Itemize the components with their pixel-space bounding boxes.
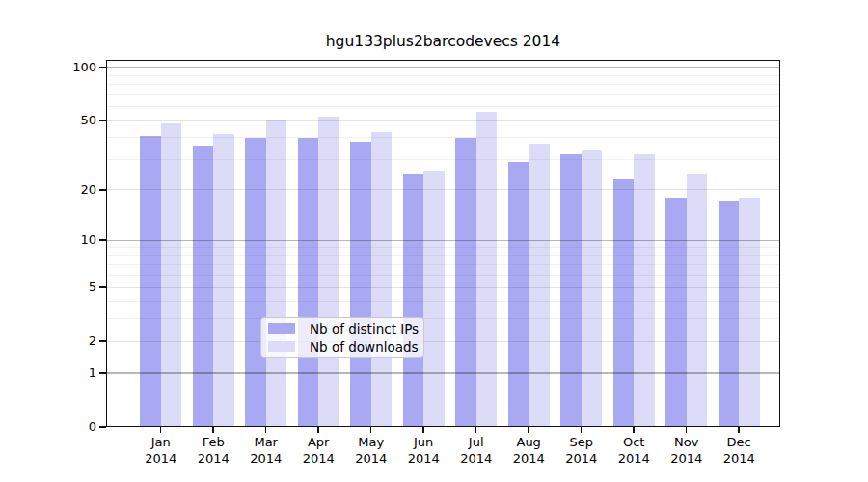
- gridline-y-2: [106, 341, 780, 342]
- x-tick: [370, 427, 372, 433]
- x-tick: [581, 427, 583, 433]
- x-tick-year: 2014: [344, 450, 398, 467]
- x-tick: [738, 427, 740, 433]
- x-tick-year: 2014: [134, 450, 188, 467]
- legend-label: Nb of distinct IPs: [310, 321, 419, 336]
- x-tick-label: Oct2014: [607, 434, 661, 467]
- x-tick: [633, 427, 635, 433]
- y-tick: [99, 239, 106, 241]
- x-tick: [317, 427, 319, 433]
- x-tick-label: Jun2014: [396, 434, 450, 467]
- gridline-y-4: [106, 301, 780, 302]
- bar-downloads: [371, 132, 393, 427]
- gridline-y-9: [106, 247, 780, 248]
- x-tick-year: 2014: [660, 450, 714, 467]
- bar-downloads: [739, 198, 760, 427]
- bar-downloads: [529, 144, 550, 427]
- x-tick-year: 2014: [291, 450, 345, 467]
- gridline-y-30: [106, 159, 780, 160]
- x-tick: [686, 427, 688, 433]
- gridline-y-50: [106, 120, 780, 121]
- x-tick-label: Dec2014: [712, 434, 766, 467]
- y-tick: [99, 426, 106, 428]
- gridline-y-1: [106, 372, 780, 373]
- x-tick-year: 2014: [186, 450, 240, 467]
- x-tick-label: Nov2014: [660, 434, 714, 467]
- legend-label: Nb of downloads: [310, 339, 419, 355]
- x-tick-year: 2014: [607, 450, 661, 467]
- x-tick-label: Apr2014: [291, 434, 345, 467]
- x-tick: [160, 427, 162, 433]
- gridline-y-7: [106, 264, 780, 265]
- x-tick-label: Jan2014: [134, 434, 188, 467]
- x-tick: [212, 427, 214, 433]
- x-tick-label: Aug2014: [502, 434, 556, 467]
- bar-distinct-ips: [403, 174, 424, 427]
- gridline-y-90: [106, 75, 780, 76]
- bar-distinct-ips: [613, 179, 635, 427]
- bar-downloads: [687, 174, 708, 427]
- gridline-y-6: [106, 275, 780, 276]
- gridline-y-40: [106, 137, 780, 138]
- y-tick-label: 5: [56, 280, 96, 295]
- download-stats-chart: { "title": "hgu133plus2barcodevecs 2014"…: [0, 0, 868, 482]
- x-tick-label: May2014: [344, 434, 398, 467]
- bar-downloads: [318, 117, 339, 427]
- bar-distinct-ips: [455, 138, 476, 427]
- chart-title: hgu133plus2barcodevecs 2014: [106, 33, 780, 54]
- legend-item-distinct-ips: Nb of distinct IPs: [261, 319, 423, 337]
- y-tick: [99, 67, 106, 68]
- gridline-y-8: [106, 255, 780, 256]
- bar-distinct-ips: [508, 162, 529, 427]
- gridline-y-100: [106, 67, 780, 67]
- gridline-y-10: [106, 240, 780, 241]
- bar-distinct-ips: [560, 154, 582, 427]
- y-tick: [99, 120, 106, 121]
- x-tick-year: 2014: [239, 450, 293, 467]
- x-tick-year: 2014: [502, 450, 556, 467]
- y-tick: [99, 189, 106, 191]
- legend-item-downloads: Nb of downloads: [261, 337, 423, 356]
- bar-distinct-ips: [245, 138, 266, 427]
- plot-area: 0125102050100Jan2014Feb2014Mar2014Apr201…: [106, 60, 780, 427]
- x-tick: [528, 427, 529, 433]
- y-tick: [99, 340, 106, 342]
- x-tick-year: 2014: [555, 450, 609, 467]
- gridline-y-80: [106, 84, 780, 85]
- x-tick-year: 2014: [449, 450, 503, 467]
- bar-downloads: [582, 150, 603, 427]
- x-tick-label: Mar2014: [239, 434, 293, 467]
- bar-distinct-ips: [719, 201, 740, 427]
- bar-downloads: [423, 171, 445, 427]
- x-tick-year: 2014: [396, 450, 450, 467]
- x-tick: [475, 427, 477, 433]
- x-tick: [422, 427, 424, 433]
- distinct-ips-swatch-icon: [268, 323, 295, 334]
- x-tick-year: 2014: [712, 450, 766, 467]
- gridline-y-5: [106, 287, 780, 288]
- bar-distinct-ips: [298, 138, 319, 427]
- x-tick: [265, 427, 267, 433]
- downloads-swatch-icon: [268, 341, 295, 352]
- gridline-y-60: [106, 106, 780, 107]
- bar-downloads: [634, 154, 655, 427]
- y-tick-label: 100: [56, 60, 96, 75]
- y-tick-label: 20: [56, 182, 96, 198]
- y-tick-label: 2: [56, 334, 96, 349]
- y-tick-label: 50: [56, 113, 96, 128]
- y-tick-label: 1: [56, 365, 96, 381]
- y-tick: [99, 372, 106, 374]
- x-tick-label: Jul2014: [449, 434, 503, 467]
- bar-distinct-ips: [665, 198, 687, 427]
- bar-distinct-ips: [140, 136, 161, 427]
- gridline-y-20: [106, 189, 780, 190]
- legend: Nb of distinct IPs Nb of downloads: [260, 317, 424, 358]
- y-tick: [99, 286, 106, 288]
- bar-distinct-ips: [350, 142, 371, 427]
- x-tick-label: Sep2014: [555, 434, 609, 467]
- bar-downloads: [213, 134, 234, 427]
- bar-downloads: [266, 120, 287, 427]
- gridline-y-3: [106, 318, 780, 319]
- y-tick-label: 10: [56, 232, 96, 248]
- gridline-y-70: [106, 94, 780, 95]
